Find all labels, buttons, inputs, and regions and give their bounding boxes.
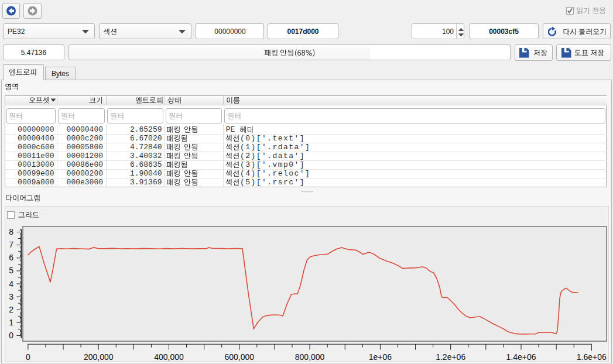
svg-text:8: 8	[9, 227, 13, 236]
svg-text:1.2e+06: 1.2e+06	[436, 352, 465, 362]
svg-text:7: 7	[9, 240, 13, 249]
svg-text:400,000: 400,000	[154, 352, 184, 362]
svg-text:1.6e+06: 1.6e+06	[577, 352, 607, 362]
svg-text:2: 2	[9, 305, 13, 314]
svg-text:200,000: 200,000	[84, 352, 114, 362]
svg-text:3: 3	[9, 292, 13, 301]
svg-text:0: 0	[26, 352, 30, 362]
svg-text:4: 4	[9, 279, 13, 289]
svg-text:600,000: 600,000	[224, 352, 254, 362]
svg-text:1: 1	[9, 318, 13, 327]
svg-text:0: 0	[9, 331, 13, 340]
svg-text:6: 6	[9, 253, 13, 262]
svg-text:1e+06: 1e+06	[369, 352, 392, 362]
svg-text:1.4e+06: 1.4e+06	[506, 352, 536, 362]
svg-text:800,000: 800,000	[295, 352, 325, 362]
svg-text:5: 5	[9, 266, 13, 275]
